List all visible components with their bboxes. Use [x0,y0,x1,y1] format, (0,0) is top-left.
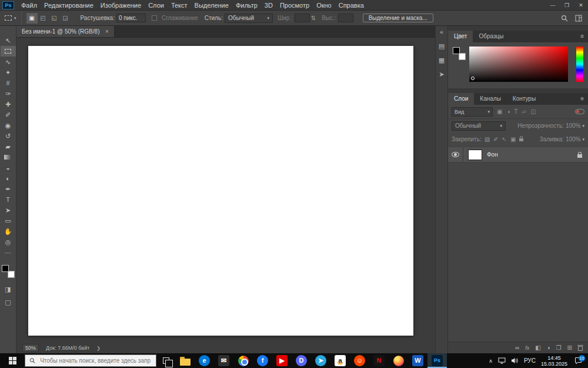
layer-group-icon[interactable]: ❒ [556,344,562,351]
minimize-icon[interactable]: — [546,0,560,11]
hand-tool[interactable]: ✋ [1,226,16,237]
pen-tool[interactable]: ✒ [1,184,16,194]
menu-file[interactable]: Файл [18,0,41,11]
new-layer-icon[interactable]: ⊞ [567,344,572,351]
search-icon[interactable] [561,15,568,22]
zoom-level-field[interactable]: 50% [22,344,39,352]
foreground-color-swatch[interactable] [453,47,460,54]
tab-channels[interactable]: Каналы [474,93,507,105]
style-select[interactable]: Обычный ▾ [225,14,273,23]
zoom-tool[interactable]: ◎ [1,237,16,247]
filter-adjustment-layers-icon[interactable]: ◑ [506,108,510,115]
hue-slider[interactable] [576,47,583,82]
menu-filter[interactable]: Фильтр [232,0,261,11]
healing-brush-tool[interactable]: ✚ [1,99,16,110]
layer-thumbnail[interactable] [468,150,482,160]
document-tab[interactable]: Без имени-1 @ 50% (RGB/8) ✕ [16,26,115,37]
layer-filter-select[interactable]: Вид ▾ [452,107,493,117]
blur-tool[interactable]: ◒ [1,163,16,173]
layer-filter-toggle[interactable] [575,109,584,114]
taskbar-discord-icon[interactable]: D [292,353,311,368]
layer-effects-icon[interactable]: fx [525,345,529,351]
screen-mode-button[interactable]: ▢ [1,297,16,307]
taskbar-clock[interactable]: 14:45 15.03.2025 [541,355,567,367]
task-view-button[interactable] [156,353,175,368]
tab-paths[interactable]: Контуры [507,93,542,105]
close-tab-icon[interactable]: ✕ [105,29,109,34]
action-center-button[interactable]: 10 [573,356,583,366]
taskbar-word-icon[interactable]: W [408,353,427,368]
menu-3d[interactable]: 3D [261,0,276,11]
taskbar-reddit-icon[interactable]: ☺ [350,353,369,368]
taskbar-search-input[interactable] [39,357,152,364]
lasso-tool[interactable]: ∿ [1,57,16,67]
rectangular-marquee-tool[interactable] [1,46,16,57]
menu-view[interactable]: Просмотр [276,0,313,11]
new-selection-button[interactable]: ▣ [26,13,38,24]
menu-select[interactable]: Выделение [191,0,232,11]
edit-toolbar-button[interactable]: ⋯ [1,247,16,258]
taskbar-netflix-icon[interactable]: N [369,353,389,368]
menu-layers[interactable]: Слои [145,0,168,11]
volume-icon[interactable] [511,357,519,364]
taskbar-edge-icon[interactable]: e [195,353,214,368]
menu-window[interactable]: Окно [313,0,335,11]
clone-stamp-tool[interactable]: ◉ [1,120,16,131]
layer-locked-indicator[interactable] [577,150,582,160]
layer-row-background[interactable]: Фон [448,147,588,163]
saturation-brightness-picker[interactable] [469,47,568,82]
taskbar-file-explorer-icon[interactable] [175,353,195,368]
color-picker-marker[interactable] [471,77,475,80]
gradient-tool[interactable] [1,152,16,163]
menu-image[interactable]: Изображение [97,0,145,11]
close-icon[interactable]: ✕ [574,0,588,11]
tab-layers[interactable]: Слои [448,93,474,105]
eyedropper-tool[interactable]: ✑ [1,88,16,99]
taskbar-photoshop-icon[interactable]: Ps [427,353,447,368]
path-selection-tool[interactable]: ➤ [1,205,16,216]
tool-preset-picker[interactable]: ▾ [0,11,22,25]
maximize-icon[interactable]: ❐ [560,0,574,11]
show-hidden-icons-icon[interactable]: ∧ [489,358,493,364]
delete-layer-icon[interactable] [578,346,583,351]
filter-type-layers-icon[interactable]: T [514,108,518,115]
taskbar-youtube-icon[interactable]: ▶ [272,353,292,368]
taskbar-amazon-icon[interactable]: a [330,353,350,368]
brush-tool[interactable]: ✐ [1,110,16,120]
add-to-selection-button[interactable]: ◰ [38,13,49,24]
workspace-switcher-icon[interactable] [575,15,582,22]
layer-visibility-cell[interactable] [448,147,463,162]
select-and-mask-button[interactable]: Выделение и маска... [363,14,433,22]
taskbar-chrome-icon[interactable] [233,353,253,368]
quick-selection-tool[interactable]: ✦ [1,67,16,78]
eraser-tool[interactable]: ▰ [1,141,16,152]
panel-menu-icon[interactable]: ≡ [576,31,588,42]
expand-panels-icon[interactable]: « [440,28,443,35]
filter-pixel-layers-icon[interactable]: ▣ [497,108,502,115]
taskbar-telegram-icon[interactable]: ➤ [311,353,330,368]
tab-swatches[interactable]: Образцы [473,31,509,42]
crop-tool[interactable]: # [1,78,16,88]
adjustment-layer-icon[interactable]: ◑ [547,344,550,351]
start-button[interactable] [0,353,25,368]
foreground-color-swatch[interactable] [2,265,9,272]
intersect-selection-button[interactable]: ◲ [60,13,71,24]
document-area[interactable]: Без имени-1 @ 50% (RGB/8) ✕ 50% Док: 7.6… [16,26,435,353]
tab-color[interactable]: Цвет [448,31,473,42]
filter-smart-objects-icon[interactable]: ◫ [530,108,536,115]
comments-panel-icon[interactable]: ➤ [439,71,444,78]
history-brush-tool[interactable]: ↺ [1,131,16,141]
filter-shape-layers-icon[interactable]: ▱ [522,108,527,115]
menu-type[interactable]: Текст [168,0,191,11]
taskbar-search[interactable] [25,354,156,367]
properties-panel-icon[interactable]: ▤ [439,42,445,49]
type-tool[interactable]: T [1,194,16,205]
libraries-panel-icon[interactable]: ▦ [439,57,445,64]
layer-mask-icon[interactable]: ◧ [535,344,540,351]
subtract-from-selection-button[interactable]: ◱ [49,13,60,24]
dodge-tool[interactable]: ◐ [1,173,16,184]
feather-input[interactable] [116,14,146,22]
menu-edit[interactable]: Редактирование [41,0,97,11]
keyboard-language[interactable]: РУС [524,357,536,364]
canvas[interactable] [28,46,413,336]
